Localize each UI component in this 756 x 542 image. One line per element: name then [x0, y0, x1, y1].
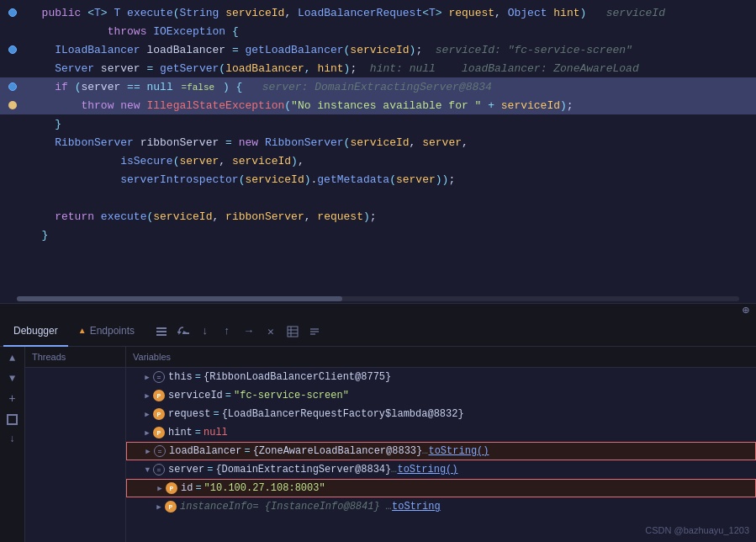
table-view-btn[interactable]: [283, 321, 303, 342]
line-content-9: isSecure(server, serviceId),: [25, 155, 749, 167]
tab-endpoints[interactable]: ▲ Endpoints: [68, 316, 145, 347]
expand-hint[interactable]: ▶: [141, 428, 153, 438]
code-editor: public <T> T execute(String serviceId, L…: [0, 0, 756, 303]
var-row-loadBalancer[interactable]: ▶ = loadBalancer={ZoneAwareLoadBalancer@…: [126, 442, 756, 460]
line-content-5: if (server == null =false ) { server: Do…: [25, 81, 749, 93]
code-line-8: RibbonServer ribbonServer = new RibbonSe…: [0, 133, 756, 151]
debugger-label: Debugger: [13, 325, 58, 337]
line-content-3: ILoadBalancer loadBalancer = getLoadBala…: [25, 44, 749, 56]
var-row-instance[interactable]: ▶ P instanceInfo = {InstanceInfo@8841} ……: [126, 497, 756, 516]
add-btn[interactable]: +: [4, 391, 21, 407]
expand-instance[interactable]: ▶: [153, 502, 165, 512]
code-line-6: throw new IllegalStateException("No inst…: [0, 96, 756, 114]
code-line-2: throws IOException {: [0, 22, 756, 40]
tab-bar: Debugger ▲ Endpoints ↓ ↑ → ✕: [0, 316, 756, 347]
line-content-1: public <T> T execute(String serviceId, L…: [25, 7, 749, 19]
endpoints-label: Endpoints: [90, 325, 135, 337]
var-row-serviceId[interactable]: ▶ P serviceId="fc-service-screen": [126, 386, 756, 405]
step-into-icon-btn[interactable]: ↓: [195, 321, 215, 342]
code-line-1: public <T> T execute(String serviceId, L…: [0, 3, 756, 22]
var-row-this[interactable]: ▶ = this={RibbonLoadBalancerClient@8775}: [126, 368, 756, 386]
watermark: CSDN @bazhuayu_1203: [645, 525, 749, 535]
svg-rect-5: [288, 327, 298, 337]
code-line-7: }: [0, 114, 756, 133]
code-line-10: serverIntrospector(serviceId).getMetadat…: [0, 170, 756, 189]
line-content-13: }: [25, 229, 749, 242]
left-controls: ▲ ▼ + ↓: [0, 347, 25, 542]
threads-content[interactable]: [25, 368, 125, 542]
variables-label: Variables: [133, 352, 171, 362]
line-content-7: }: [25, 118, 749, 130]
variables-header: Variables: [126, 347, 756, 368]
code-line-9: isSecure(server, serviceId),: [0, 151, 756, 170]
code-line-12: return execute(serviceId, ribbonServer, …: [0, 207, 756, 226]
app-container: public <T> T execute(String serviceId, L…: [0, 0, 756, 542]
code-line-13: }: [0, 226, 756, 244]
toolbar-separator: ⊕: [0, 303, 756, 316]
svg-rect-15: [7, 423, 18, 425]
breakpoint-1[interactable]: [8, 8, 17, 17]
run-to-cursor-btn[interactable]: →: [239, 321, 259, 342]
line-content-6: throw new IllegalStateException("No inst…: [25, 99, 749, 112]
settings-btn[interactable]: [304, 321, 325, 342]
list-icon-btn[interactable]: [151, 321, 172, 342]
var-row-request[interactable]: ▶ P request={LoadBalancerRequestFactory$…: [126, 405, 756, 423]
code-line-11: [0, 189, 756, 207]
var-row-id[interactable]: ▶ P id="10.100.27.108:8003": [126, 479, 756, 497]
down-btn[interactable]: ▼: [4, 370, 21, 387]
line-content-11: [25, 192, 749, 205]
h-scrollbar[interactable]: [0, 295, 756, 303]
line-gutter-1: [0, 8, 25, 17]
expand-loadBalancer[interactable]: ▶: [142, 447, 154, 456]
debug-content: ▲ ▼ + ↓ Threads Variables: [0, 347, 756, 542]
line-content-12: return execute(serviceId, ribbonServer, …: [25, 210, 749, 223]
threads-label: Threads: [32, 352, 66, 362]
tab-debugger[interactable]: Debugger: [3, 316, 68, 347]
line-content-10: serverIntrospector(serviceId).getMetadat…: [25, 173, 749, 186]
line-content-8: RibbonServer ribbonServer = new RibbonSe…: [25, 136, 749, 149]
debug-panel: Debugger ▲ Endpoints ↓ ↑ → ✕: [0, 316, 756, 542]
breakpoint-5[interactable]: [8, 82, 17, 91]
expand-request[interactable]: ▶: [141, 410, 153, 419]
code-line-5: if (server == null =false ) { server: Do…: [0, 77, 756, 96]
code-line-4: Server server = getServer(loadBalancer, …: [0, 59, 756, 77]
breakpoint-6[interactable]: [8, 101, 17, 109]
breakpoint-3[interactable]: [8, 45, 17, 54]
expand-server[interactable]: ▶: [143, 464, 152, 476]
svg-rect-2: [156, 334, 167, 336]
code-content: public <T> T execute(String serviceId, L…: [0, 0, 756, 247]
threads-header: Threads: [25, 347, 125, 368]
code-line-3: ILoadBalancer loadBalancer = getLoadBala…: [0, 40, 756, 59]
var-row-hint[interactable]: ▶ P hint=null: [126, 423, 756, 442]
expand-serviceId[interactable]: ▶: [141, 391, 153, 401]
line-content-4: Server server = getServer(loadBalancer, …: [25, 62, 749, 75]
step-over-icon-btn[interactable]: [173, 321, 193, 342]
expand-id[interactable]: ▶: [154, 484, 166, 493]
step-out-icon-btn[interactable]: ↑: [217, 321, 237, 342]
restore-btn[interactable]: [4, 411, 21, 428]
expand-this[interactable]: ▶: [141, 373, 153, 382]
expand-icon[interactable]: ⊕: [743, 303, 749, 317]
variables-panel: Variables ▶ = this={RibbonLoadBalancerCl…: [126, 347, 756, 542]
line-gutter-5: [0, 82, 25, 91]
debug-toolbar: ↓ ↑ → ✕: [151, 321, 325, 342]
line-content-2: throws IOException {: [25, 25, 749, 38]
evaluate-btn[interactable]: ✕: [261, 321, 281, 342]
line-gutter-3: [0, 45, 25, 54]
variables-content: ▶ = this={RibbonLoadBalancerClient@8775}…: [126, 368, 756, 542]
download-btn[interactable]: ↓: [4, 431, 21, 448]
svg-rect-0: [156, 327, 167, 329]
threads-panel: Threads: [25, 347, 126, 542]
svg-rect-1: [156, 331, 167, 332]
line-gutter-6: [0, 101, 25, 109]
endpoints-icon: ▲: [78, 326, 87, 335]
var-row-server[interactable]: ▶ = server={DomainExtractingServer@8834}…: [126, 460, 756, 479]
up-btn[interactable]: ▲: [4, 350, 21, 367]
